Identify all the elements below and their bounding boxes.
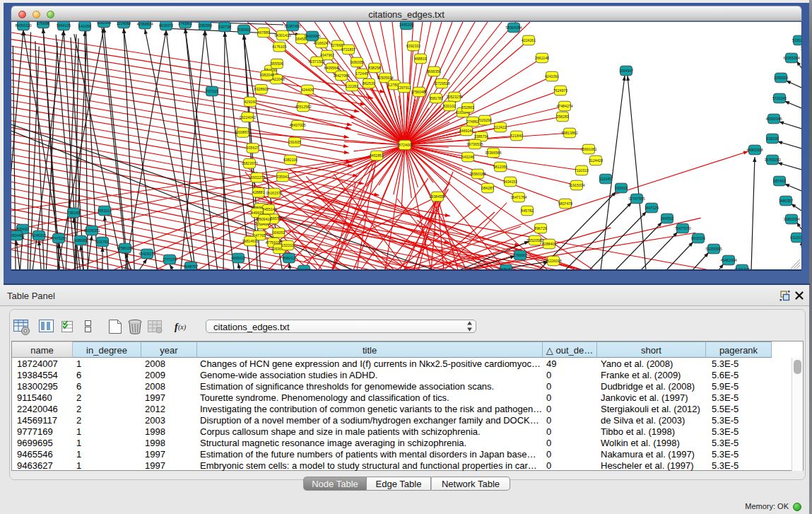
svg-text:1743802: 1743802 — [178, 22, 192, 25]
svg-text:04003965: 04003965 — [304, 34, 320, 38]
svg-text:738165: 738165 — [67, 211, 79, 215]
svg-text:2224088: 2224088 — [117, 22, 131, 25]
svg-text:033933: 033933 — [615, 186, 627, 190]
svg-text:77475259: 77475259 — [50, 236, 66, 240]
svg-text:001763: 001763 — [96, 240, 108, 244]
svg-text:030738: 030738 — [218, 25, 230, 29]
svg-text:62055364: 62055364 — [783, 56, 799, 60]
svg-text:955506: 955506 — [271, 62, 283, 66]
svg-text:467889: 467889 — [257, 30, 269, 35]
svg-text:652863: 652863 — [461, 105, 473, 110]
svg-text:36236351: 36236351 — [83, 228, 100, 233]
svg-text:7029296: 7029296 — [478, 118, 492, 122]
svg-text:16932273: 16932273 — [249, 175, 265, 180]
svg-text:53520583: 53520583 — [526, 238, 543, 243]
svg-text:7110313: 7110313 — [575, 168, 589, 173]
svg-text:838258: 838258 — [368, 66, 380, 70]
svg-text:19384554: 19384554 — [429, 194, 445, 199]
svg-text:9382046: 9382046 — [259, 73, 273, 77]
svg-text:70523279: 70523279 — [446, 95, 462, 99]
svg-text:1397912: 1397912 — [397, 86, 411, 90]
svg-text:176688: 176688 — [37, 22, 49, 25]
svg-text:75477070: 75477070 — [674, 226, 690, 230]
svg-text:02834456: 02834456 — [11, 233, 25, 238]
svg-text:36560188: 36560188 — [469, 172, 486, 176]
svg-text:43530346: 43530346 — [765, 117, 782, 121]
svg-text:92505634: 92505634 — [377, 76, 393, 80]
svg-text:2290020: 2290020 — [774, 76, 788, 80]
svg-text:8328603: 8328603 — [254, 87, 269, 91]
svg-text:42368824: 42368824 — [136, 22, 153, 26]
svg-text:7030932: 7030932 — [237, 28, 251, 32]
svg-text:521840: 521840 — [510, 134, 522, 138]
svg-text:4224261: 4224261 — [522, 38, 536, 42]
svg-text:429160: 429160 — [244, 100, 256, 104]
svg-text:935627: 935627 — [247, 146, 259, 150]
svg-text:62008671: 62008671 — [235, 130, 251, 134]
svg-text:2777278: 2777278 — [163, 257, 177, 262]
svg-text:6469246: 6469246 — [459, 129, 473, 133]
svg-text:862539: 862539 — [363, 81, 375, 86]
svg-text:2495205: 2495205 — [399, 23, 413, 27]
svg-text:3581783: 3581783 — [429, 96, 443, 100]
svg-text:62287490: 62287490 — [284, 24, 300, 28]
svg-text:2661148: 2661148 — [535, 56, 549, 60]
svg-text:8915106: 8915106 — [691, 236, 705, 240]
svg-text:006053: 006053 — [273, 230, 285, 235]
svg-text:48437005: 48437005 — [289, 123, 305, 127]
svg-text:3480357: 3480357 — [779, 199, 793, 203]
svg-text:31915034: 31915034 — [568, 183, 584, 187]
svg-text:6392332: 6392332 — [406, 44, 420, 48]
svg-text:424409: 424409 — [301, 88, 313, 92]
svg-text:3124428: 3124428 — [589, 158, 603, 163]
svg-text:84095642: 84095642 — [324, 66, 340, 70]
svg-text:15823973: 15823973 — [241, 161, 257, 165]
svg-text:44903308: 44903308 — [746, 148, 763, 152]
svg-text:1664947: 1664947 — [619, 69, 633, 73]
svg-text:112422: 112422 — [495, 125, 507, 129]
svg-text:8288400: 8288400 — [542, 242, 556, 246]
svg-text:02747555: 02747555 — [628, 197, 645, 201]
svg-text:9948797: 9948797 — [184, 264, 198, 269]
svg-text:7809416: 7809416 — [257, 217, 271, 221]
svg-text:5330284: 5330284 — [792, 38, 801, 42]
svg-text:4347962: 4347962 — [320, 53, 334, 57]
svg-text:01571509: 01571509 — [308, 59, 324, 64]
svg-text:2769062: 2769062 — [513, 253, 527, 257]
svg-text:47580286: 47580286 — [117, 246, 133, 250]
svg-text:6382100: 6382100 — [283, 158, 298, 162]
svg-text:9391944: 9391944 — [97, 22, 111, 25]
svg-text:3407129: 3407129 — [645, 206, 659, 210]
svg-text:896729: 896729 — [534, 226, 546, 230]
svg-text:94301419: 94301419 — [274, 33, 290, 37]
svg-text:84056320: 84056320 — [15, 23, 31, 28]
svg-text:7624973: 7624973 — [553, 88, 567, 93]
svg-text:18724007: 18724007 — [396, 143, 413, 147]
svg-text:908689: 908689 — [74, 238, 86, 243]
svg-text:5964135: 5964135 — [57, 23, 71, 28]
svg-text:153310: 153310 — [281, 243, 293, 247]
svg-text:335941: 335941 — [276, 175, 288, 179]
svg-text:122281: 122281 — [346, 84, 358, 88]
svg-text:868012: 868012 — [283, 256, 295, 260]
svg-text:141056: 141056 — [78, 24, 90, 28]
svg-text:8553113: 8553113 — [98, 209, 112, 213]
svg-text:45462934: 45462934 — [720, 258, 736, 262]
svg-text:17560480: 17560480 — [411, 90, 427, 94]
svg-text:1582580: 1582580 — [198, 23, 212, 28]
svg-text:5812056: 5812056 — [493, 165, 507, 169]
svg-text:06161576: 06161576 — [266, 191, 282, 195]
svg-text:0112031: 0112031 — [790, 235, 801, 240]
svg-text:47484274: 47484274 — [556, 104, 572, 108]
svg-text:358283: 358283 — [556, 115, 568, 119]
svg-text:707315: 707315 — [206, 89, 218, 93]
svg-text:95226018: 95226018 — [545, 259, 561, 263]
svg-text:468819: 468819 — [414, 57, 426, 61]
svg-text:111045: 111045 — [600, 177, 612, 181]
svg-text:543246: 543246 — [461, 155, 473, 159]
svg-text:05691061: 05691061 — [580, 147, 596, 151]
svg-text:4241091: 4241091 — [545, 74, 559, 78]
svg-text:4176105: 4176105 — [272, 45, 286, 49]
svg-text:31802034: 31802034 — [783, 217, 799, 221]
svg-text:9721837: 9721837 — [341, 47, 355, 52]
